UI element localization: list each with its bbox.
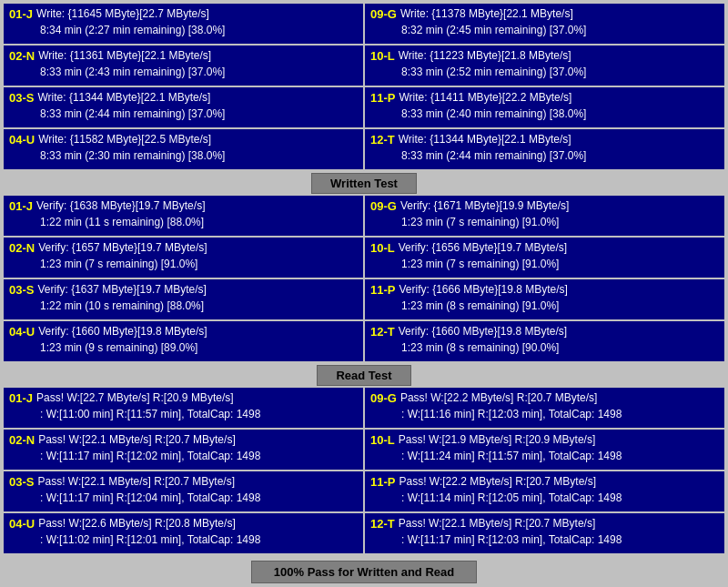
read-section: 01-J Pass! W:[22.7 MByte/s] R:[20.9 MByt… [4,388,724,553]
cell-line2: 8:33 min (2:52 min remaining) [37.0%] [401,66,586,78]
written-test-header: Written Test [4,173,724,194]
cell-line2: 1:23 min (8 s remaining) [90.0%] [401,341,559,354]
cell-id: 04-U [9,516,35,532]
data-cell: 03-S Verify: {1637 MByte}[19.7 MByte/s] … [4,279,363,319]
cell-line1: Write: {11344 MByte}[22.1 MByte/s] [399,132,719,148]
cell-line1: Pass! W:[22.1 MByte/s] R:[20.7 MByte/s] [38,432,358,449]
data-cell: 12-T Pass! W:[22.1 MByte/s] R:[20.7 MByt… [365,513,724,553]
data-cell: 11-P Write: {11411 MByte}[22.2 MByte/s] … [365,87,724,127]
data-cell: 12-T Verify: {1660 MByte}[19.8 MByte/s] … [365,321,724,361]
read-grid: 01-J Pass! W:[22.7 MByte/s] R:[20.9 MByt… [4,388,724,553]
cell-line2: 8:34 min (2:27 min remaining) [38.0%] [40,24,225,36]
cell-line2: 1:23 min (7 s remaining) [91.0%] [401,258,559,270]
data-cell: 09-G Write: {11378 MByte}[22.1 MByte/s] … [365,4,724,44]
data-cell: 01-J Verify: {1638 MByte}[19.7 MByte/s] … [4,196,363,236]
cell-line2: 8:32 min (2:45 min remaining) [37.0%] [401,24,586,36]
data-cell: 09-G Pass! W:[22.2 MByte/s] R:[20.7 MByt… [365,388,724,428]
data-cell: 10-L Verify: {1656 MByte}[19.7 MByte/s] … [365,238,724,278]
cell-line1: Pass! W:[22.7 MByte/s] R:[20.9 MByte/s] [36,390,358,407]
cell-line1: Verify: {1637 MByte}[19.7 MByte/s] [37,282,358,299]
cell-line2: 1:23 min (7 s remaining) [91.0%] [40,258,197,270]
cell-id: 12-T [370,324,395,340]
cell-id: 10-L [370,240,395,257]
cell-line1: Write: {11344 MByte}[22.1 MByte/s] [37,90,358,106]
cell-id: 11-P [370,90,395,106]
data-cell: 04-U Write: {11582 MByte}[22.5 MByte/s] … [4,129,363,169]
cell-line1: Verify: {1638 MByte}[19.7 MByte/s] [36,198,358,215]
cell-id: 09-G [370,198,397,215]
cell-line1: Pass! W:[22.1 MByte/s] R:[20.7 MByte/s] [399,516,719,532]
cell-id: 02-N [9,240,35,257]
data-cell: 03-S Pass! W:[22.1 MByte/s] R:[20.7 MByt… [4,471,363,511]
cell-line2: : W:[11:17 min] R:[12:04 min], TotalCap:… [40,491,260,504]
cell-line2: : W:[11:14 min] R:[12:05 min], TotalCap:… [401,491,622,504]
cell-line2: 1:23 min (8 s remaining) [91.0%] [401,299,559,312]
read-test-label: Read Test [317,365,410,386]
data-cell: 04-U Verify: {1660 MByte}[19.8 MByte/s] … [4,321,363,361]
cell-line1: Write: {11582 MByte}[22.5 MByte/s] [38,132,358,148]
cell-id: 03-S [9,282,34,299]
cell-line2: 8:33 min (2:40 min remaining) [38.0%] [401,107,586,120]
data-cell: 12-T Write: {11344 MByte}[22.1 MByte/s] … [365,129,724,169]
cell-line2: : W:[11:00 min] R:[11:57 min], TotalCap:… [40,408,260,420]
cell-id: 03-S [9,474,34,491]
cell-line1: Pass! W:[22.2 MByte/s] R:[20.7 MByte/s] [399,474,719,491]
cell-id: 03-S [9,90,34,106]
cell-line2: : W:[11:16 min] R:[12:03 min], TotalCap:… [401,408,622,420]
cell-id: 12-T [370,132,395,148]
cell-line2: 1:23 min (7 s remaining) [91.0%] [401,216,559,228]
cell-line1: Pass! W:[22.1 MByte/s] R:[20.7 MByte/s] [37,474,358,491]
cell-id: 12-T [370,516,395,532]
cell-id: 01-J [9,390,33,407]
main-container: 01-J Write: {11645 MByte}[22.7 MByte/s] … [0,0,728,587]
cell-id: 09-G [370,390,397,407]
cell-line2: : W:[11:17 min] R:[12:02 min], TotalCap:… [40,450,260,462]
cell-line2: 8:33 min (2:30 min remaining) [38.0%] [40,149,225,162]
cell-line1: Verify: {1656 MByte}[19.7 MByte/s] [399,240,719,257]
cell-line2: 1:22 min (11 s remaining) [88.0%] [40,216,204,228]
verify-section: 01-J Verify: {1638 MByte}[19.7 MByte/s] … [4,196,724,361]
cell-line2: 1:22 min (10 s remaining) [88.0%] [40,299,204,312]
data-cell: 02-N Write: {11361 MByte}[22.1 MByte/s] … [4,46,363,86]
data-cell: 03-S Write: {11344 MByte}[22.1 MByte/s] … [4,87,363,127]
cell-line1: Write: {11378 MByte}[22.1 MByte/s] [400,6,719,23]
cell-id: 10-L [370,432,395,449]
write-grid: 01-J Write: {11645 MByte}[22.7 MByte/s] … [4,4,724,169]
write-section: 01-J Write: {11645 MByte}[22.7 MByte/s] … [4,4,724,169]
cell-id: 04-U [9,132,35,148]
data-cell: 01-J Pass! W:[22.7 MByte/s] R:[20.9 MByt… [4,388,363,428]
cell-line1: Verify: {1657 MByte}[19.7 MByte/s] [38,240,358,257]
cell-line2: 8:33 min (2:44 min remaining) [37.0%] [401,149,586,162]
cell-line2: : W:[11:24 min] R:[11:57 min], TotalCap:… [401,450,622,462]
read-test-header: Read Test [4,365,724,386]
data-cell: 11-P Pass! W:[22.2 MByte/s] R:[20.7 MByt… [365,471,724,511]
cell-id: 11-P [370,282,395,299]
data-cell: 11-P Verify: {1666 MByte}[19.8 MByte/s] … [365,279,724,319]
verify-grid: 01-J Verify: {1638 MByte}[19.7 MByte/s] … [4,196,724,361]
cell-id: 11-P [370,474,395,491]
cell-line1: Pass! W:[21.9 MByte/s] R:[20.9 MByte/s] [399,432,719,449]
cell-line2: 8:33 min (2:44 min remaining) [37.0%] [40,107,225,120]
cell-line2: : W:[11:02 min] R:[12:01 min], TotalCap:… [40,533,260,546]
cell-id: 10-L [370,48,395,65]
written-test-label: Written Test [311,173,417,194]
cell-line1: Pass! W:[22.2 MByte/s] R:[20.7 MByte/s] [400,390,719,407]
cell-id: 04-U [9,324,35,340]
cell-line1: Write: {11411 MByte}[22.2 MByte/s] [399,90,719,106]
cell-line1: Verify: {1666 MByte}[19.8 MByte/s] [399,282,719,299]
cell-line1: Write: {11223 MByte}[21.8 MByte/s] [399,48,719,65]
cell-line1: Verify: {1671 MByte}[19.9 MByte/s] [400,198,719,215]
footer-label: 100% Pass for Written and Read [251,561,477,583]
cell-id: 01-J [9,198,33,215]
cell-id: 02-N [9,432,35,449]
cell-id: 01-J [9,6,33,23]
cell-line2: : W:[11:17 min] R:[12:03 min], TotalCap:… [401,533,622,546]
footer-bar: 100% Pass for Written and Read [4,557,724,587]
cell-line1: Write: {11361 MByte}[22.1 MByte/s] [38,48,358,65]
cell-id: 09-G [370,6,397,23]
cell-line1: Verify: {1660 MByte}[19.8 MByte/s] [38,324,358,340]
data-cell: 09-G Verify: {1671 MByte}[19.9 MByte/s] … [365,196,724,236]
data-cell: 01-J Write: {11645 MByte}[22.7 MByte/s] … [4,4,363,44]
cell-line2: 8:33 min (2:43 min remaining) [37.0%] [40,66,225,78]
cell-line1: Write: {11645 MByte}[22.7 MByte/s] [36,6,358,23]
